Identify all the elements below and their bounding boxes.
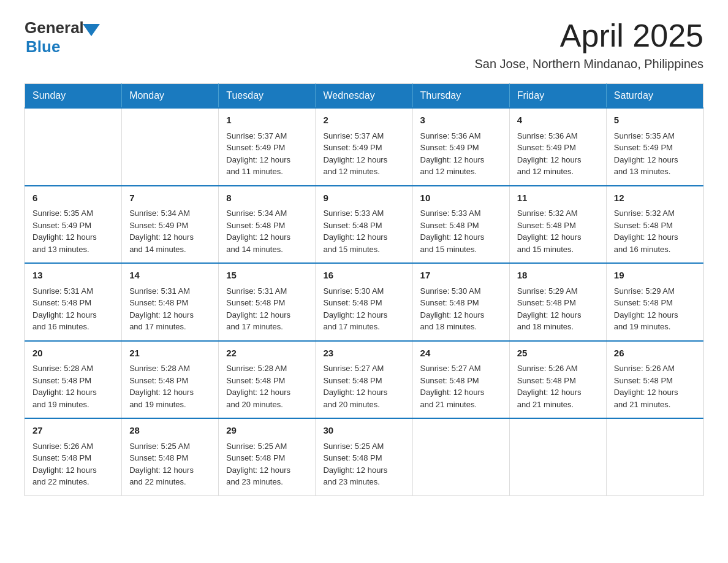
day-info: Sunrise: 5:37 AMSunset: 5:49 PMDaylight:…: [226, 130, 308, 178]
calendar-week-row: 13Sunrise: 5:31 AMSunset: 5:48 PMDayligh…: [25, 263, 703, 341]
calendar-week-row: 20Sunrise: 5:28 AMSunset: 5:48 PMDayligh…: [25, 341, 703, 419]
day-number: 24: [420, 347, 502, 361]
day-number: 29: [226, 424, 308, 438]
day-number: 21: [129, 347, 211, 361]
calendar-cell: 22Sunrise: 5:28 AMSunset: 5:48 PMDayligh…: [219, 341, 316, 419]
calendar-cell: [122, 108, 219, 186]
day-number: 26: [614, 347, 696, 361]
day-number: 12: [614, 191, 696, 205]
header-saturday: Saturday: [606, 84, 703, 109]
location-subtitle: San Jose, Northern Mindanao, Philippines: [474, 57, 703, 71]
month-year-title: April 2025: [474, 18, 703, 53]
day-info: Sunrise: 5:31 AMSunset: 5:48 PMDaylight:…: [226, 285, 308, 333]
calendar-cell: 8Sunrise: 5:34 AMSunset: 5:48 PMDaylight…: [219, 186, 316, 264]
day-number: 23: [323, 347, 404, 361]
calendar-cell: 6Sunrise: 5:35 AMSunset: 5:49 PMDaylight…: [25, 186, 122, 264]
day-info: Sunrise: 5:30 AMSunset: 5:48 PMDaylight:…: [420, 285, 502, 333]
day-number: 13: [32, 269, 114, 283]
day-info: Sunrise: 5:27 AMSunset: 5:48 PMDaylight:…: [420, 362, 502, 410]
calendar-cell: [412, 418, 509, 496]
day-number: 16: [323, 269, 404, 283]
header-friday: Friday: [509, 84, 606, 109]
day-number: 19: [614, 269, 696, 283]
logo: General Blue: [25, 18, 100, 56]
calendar-week-row: 6Sunrise: 5:35 AMSunset: 5:49 PMDaylight…: [25, 186, 703, 264]
day-number: 25: [517, 347, 599, 361]
day-info: Sunrise: 5:27 AMSunset: 5:48 PMDaylight:…: [323, 362, 404, 410]
calendar-cell: [509, 418, 606, 496]
calendar-cell: 15Sunrise: 5:31 AMSunset: 5:48 PMDayligh…: [219, 263, 316, 341]
day-info: Sunrise: 5:26 AMSunset: 5:48 PMDaylight:…: [32, 440, 114, 488]
day-number: 28: [129, 424, 211, 438]
day-info: Sunrise: 5:25 AMSunset: 5:48 PMDaylight:…: [226, 440, 308, 488]
calendar-cell: 14Sunrise: 5:31 AMSunset: 5:48 PMDayligh…: [122, 263, 219, 341]
day-info: Sunrise: 5:31 AMSunset: 5:48 PMDaylight:…: [129, 285, 211, 333]
calendar-cell: 30Sunrise: 5:25 AMSunset: 5:48 PMDayligh…: [316, 418, 412, 496]
calendar-cell: 23Sunrise: 5:27 AMSunset: 5:48 PMDayligh…: [316, 341, 412, 419]
calendar-header-row: SundayMondayTuesdayWednesdayThursdayFrid…: [25, 84, 703, 109]
day-number: 14: [129, 269, 211, 283]
day-number: 5: [614, 113, 696, 128]
day-info: Sunrise: 5:28 AMSunset: 5:48 PMDaylight:…: [129, 362, 211, 410]
header-sunday: Sunday: [25, 84, 122, 109]
logo-general-text: General: [25, 18, 84, 37]
calendar-cell: 16Sunrise: 5:30 AMSunset: 5:48 PMDayligh…: [316, 263, 412, 341]
day-number: 15: [226, 269, 308, 283]
day-number: 20: [32, 347, 114, 361]
calendar-cell: 25Sunrise: 5:26 AMSunset: 5:48 PMDayligh…: [509, 341, 606, 419]
calendar-cell: 18Sunrise: 5:29 AMSunset: 5:48 PMDayligh…: [509, 263, 606, 341]
calendar-cell: 10Sunrise: 5:33 AMSunset: 5:48 PMDayligh…: [412, 186, 509, 264]
calendar-cell: 24Sunrise: 5:27 AMSunset: 5:48 PMDayligh…: [412, 341, 509, 419]
calendar-cell: 7Sunrise: 5:34 AMSunset: 5:49 PMDaylight…: [122, 186, 219, 264]
day-number: 3: [420, 113, 502, 128]
day-info: Sunrise: 5:29 AMSunset: 5:48 PMDaylight:…: [614, 285, 696, 333]
day-number: 7: [129, 191, 211, 205]
day-number: 9: [323, 191, 404, 205]
calendar-cell: 27Sunrise: 5:26 AMSunset: 5:48 PMDayligh…: [25, 418, 122, 496]
calendar-cell: 13Sunrise: 5:31 AMSunset: 5:48 PMDayligh…: [25, 263, 122, 341]
calendar-cell: 21Sunrise: 5:28 AMSunset: 5:48 PMDayligh…: [122, 341, 219, 419]
day-info: Sunrise: 5:26 AMSunset: 5:48 PMDaylight:…: [517, 362, 599, 410]
day-info: Sunrise: 5:36 AMSunset: 5:49 PMDaylight:…: [517, 130, 599, 178]
day-info: Sunrise: 5:28 AMSunset: 5:48 PMDaylight:…: [226, 362, 308, 410]
day-info: Sunrise: 5:36 AMSunset: 5:49 PMDaylight:…: [420, 130, 502, 178]
day-info: Sunrise: 5:32 AMSunset: 5:48 PMDaylight:…: [517, 207, 599, 255]
calendar-cell: 17Sunrise: 5:30 AMSunset: 5:48 PMDayligh…: [412, 263, 509, 341]
day-info: Sunrise: 5:33 AMSunset: 5:48 PMDaylight:…: [323, 207, 404, 255]
calendar-cell: 12Sunrise: 5:32 AMSunset: 5:48 PMDayligh…: [606, 186, 703, 264]
header-tuesday: Tuesday: [219, 84, 316, 109]
calendar-cell: 1Sunrise: 5:37 AMSunset: 5:49 PMDaylight…: [219, 108, 316, 186]
day-info: Sunrise: 5:26 AMSunset: 5:48 PMDaylight:…: [614, 362, 696, 410]
calendar-cell: 29Sunrise: 5:25 AMSunset: 5:48 PMDayligh…: [219, 418, 316, 496]
calendar-cell: 3Sunrise: 5:36 AMSunset: 5:49 PMDaylight…: [412, 108, 509, 186]
day-info: Sunrise: 5:25 AMSunset: 5:48 PMDaylight:…: [323, 440, 404, 488]
day-info: Sunrise: 5:37 AMSunset: 5:49 PMDaylight:…: [323, 130, 404, 178]
day-number: 11: [517, 191, 599, 205]
day-number: 27: [32, 424, 114, 438]
logo-blue-text: Blue: [26, 37, 60, 56]
calendar-cell: 19Sunrise: 5:29 AMSunset: 5:48 PMDayligh…: [606, 263, 703, 341]
day-number: 1: [226, 113, 308, 128]
day-info: Sunrise: 5:30 AMSunset: 5:48 PMDaylight:…: [323, 285, 404, 333]
day-info: Sunrise: 5:35 AMSunset: 5:49 PMDaylight:…: [614, 130, 696, 178]
title-area: April 2025 San Jose, Northern Mindanao, …: [474, 18, 703, 71]
logo-arrow-icon: [83, 24, 100, 36]
day-number: 4: [517, 113, 599, 128]
day-info: Sunrise: 5:31 AMSunset: 5:48 PMDaylight:…: [32, 285, 114, 333]
calendar-week-row: 1Sunrise: 5:37 AMSunset: 5:49 PMDaylight…: [25, 108, 703, 186]
day-number: 18: [517, 269, 599, 283]
day-number: 30: [323, 424, 404, 438]
calendar-cell: 28Sunrise: 5:25 AMSunset: 5:48 PMDayligh…: [122, 418, 219, 496]
day-info: Sunrise: 5:33 AMSunset: 5:48 PMDaylight:…: [420, 207, 502, 255]
day-number: 8: [226, 191, 308, 205]
day-number: 2: [323, 113, 404, 128]
day-number: 17: [420, 269, 502, 283]
calendar-cell: [606, 418, 703, 496]
header-wednesday: Wednesday: [316, 84, 412, 109]
calendar-cell: [25, 108, 122, 186]
calendar-cell: 2Sunrise: 5:37 AMSunset: 5:49 PMDaylight…: [316, 108, 412, 186]
header-monday: Monday: [122, 84, 219, 109]
header-thursday: Thursday: [412, 84, 509, 109]
day-info: Sunrise: 5:34 AMSunset: 5:48 PMDaylight:…: [226, 207, 308, 255]
day-info: Sunrise: 5:29 AMSunset: 5:48 PMDaylight:…: [517, 285, 599, 333]
